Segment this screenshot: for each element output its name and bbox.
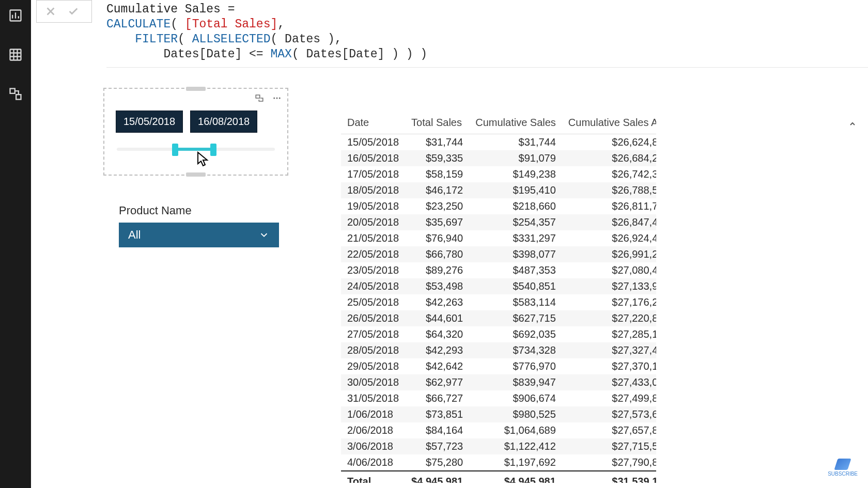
table-row[interactable]: 31/05/2018$66,727$906,674$27,499,808 [341, 390, 656, 406]
table-row[interactable]: 30/05/2018$62,977$839,947$27,433,081 [341, 374, 656, 390]
col-cum-sales-all[interactable]: Cumulative Sales ALL [562, 114, 656, 134]
cell-total: $58,159 [405, 166, 469, 182]
cell-cum: $398,077 [469, 246, 562, 262]
tok-calculate: CALCULATE [106, 18, 171, 31]
table-row[interactable]: 28/05/2018$42,293$734,328$27,327,462 [341, 342, 656, 358]
table-row[interactable]: 18/05/2018$46,172$195,410$26,788,544 [341, 182, 656, 198]
cell-date: 1/06/2018 [341, 406, 405, 422]
table-row[interactable]: 20/05/2018$35,697$254,357$26,847,491 [341, 214, 656, 230]
formula-cancel-button[interactable] [42, 3, 59, 20]
date-slider-thumb-end[interactable] [210, 144, 216, 156]
svg-point-7 [279, 98, 281, 99]
table-row[interactable]: 4/06/2018$75,280$1,197,692$27,790,826 [341, 454, 656, 471]
cell-cumall: $26,811,794 [562, 198, 656, 214]
table-row[interactable]: 3/06/2018$57,723$1,122,412$27,715,546 [341, 438, 656, 454]
cell-cumall: $27,433,081 [562, 374, 656, 390]
report-view-button[interactable] [5, 3, 26, 28]
total-cumall: $31,539,115 [562, 471, 656, 483]
table-row[interactable]: 19/05/2018$23,250$218,660$26,811,794 [341, 198, 656, 214]
table-row[interactable]: 27/05/2018$64,320$692,035$27,285,169 [341, 326, 656, 342]
cell-total: $44,601 [405, 310, 469, 326]
focus-mode-icon[interactable] [252, 92, 267, 104]
cell-date: 24/05/2018 [341, 278, 405, 294]
cell-cumall: $26,788,544 [562, 182, 656, 198]
dax-formula-bar[interactable]: Cumulative Sales = CALCULATE( [Total Sal… [106, 2, 868, 68]
cell-cum: $149,238 [469, 166, 562, 182]
total-cum: $4,945,981 [469, 471, 562, 483]
cell-cum: $91,079 [469, 150, 562, 166]
table-row[interactable]: 24/05/2018$53,498$540,851$27,133,985 [341, 278, 656, 294]
subscribe-badge[interactable]: SUBSCRIBE [828, 459, 858, 477]
cell-total: $23,250 [405, 198, 469, 214]
cell-cumall: $27,133,985 [562, 278, 656, 294]
cell-cum: $980,525 [469, 406, 562, 422]
date-slider-thumb-start[interactable] [172, 144, 178, 156]
cell-cumall: $27,657,823 [562, 422, 656, 438]
table-row[interactable]: 23/05/2018$89,276$487,353$27,080,487 [341, 262, 656, 278]
cell-total: $59,335 [405, 150, 469, 166]
table-header-row: Date Total Sales Cumulative Sales Cumula… [341, 114, 656, 134]
cell-cumall: $26,991,211 [562, 246, 656, 262]
scroll-up-button[interactable] [848, 120, 859, 130]
cell-cum: $583,114 [469, 294, 562, 310]
right-pane-gizmo [847, 120, 860, 132]
date-slider-track[interactable] [117, 148, 275, 151]
total-total: $4,945,981 [405, 471, 469, 483]
cell-cumall: $27,370,104 [562, 358, 656, 374]
table-row[interactable]: 15/05/2018$31,744$31,744$26,624,878 [341, 134, 656, 151]
cell-total: $75,280 [405, 454, 469, 471]
cell-cumall: $27,080,487 [562, 262, 656, 278]
tok-filter: FILTER [135, 33, 178, 46]
cell-cumall: $27,715,546 [562, 438, 656, 454]
slicer-resize-handle-top[interactable] [186, 87, 206, 91]
formula-commit-button[interactable] [65, 3, 82, 20]
svg-rect-4 [256, 95, 260, 98]
date-slicer-end[interactable]: 16/08/2018 [190, 111, 257, 133]
col-cum-sales[interactable]: Cumulative Sales [469, 114, 562, 134]
svg-rect-2 [10, 89, 15, 93]
date-slicer-visual[interactable]: 15/05/2018 16/08/2018 [103, 88, 288, 176]
cell-total: $35,697 [405, 214, 469, 230]
tok-dates-col2: Dates[Date] [306, 48, 385, 61]
date-slider-range[interactable] [174, 148, 211, 151]
col-date[interactable]: Date [341, 114, 405, 134]
cell-cum: $776,970 [469, 358, 562, 374]
cell-cum: $734,328 [469, 342, 562, 358]
cell-cum: $1,064,689 [469, 422, 562, 438]
table-row[interactable]: 2/06/2018$84,164$1,064,689$27,657,823 [341, 422, 656, 438]
cell-cumall: $27,220,849 [562, 310, 656, 326]
tok-dates-table: Dates [285, 33, 320, 46]
table-row[interactable]: 26/05/2018$44,601$627,715$27,220,849 [341, 310, 656, 326]
cell-total: $31,744 [405, 134, 469, 151]
cell-date: 28/05/2018 [341, 342, 405, 358]
cell-date: 3/06/2018 [341, 438, 405, 454]
cell-cumall: $26,847,491 [562, 214, 656, 230]
cell-date: 29/05/2018 [341, 358, 405, 374]
table-row[interactable]: 21/05/2018$76,940$331,297$26,924,431 [341, 230, 656, 246]
table-row[interactable]: 1/06/2018$73,851$980,525$27,573,659 [341, 406, 656, 422]
product-slicer-label: Product Name [119, 204, 279, 217]
table-row[interactable]: 29/05/2018$42,642$776,970$27,370,104 [341, 358, 656, 374]
more-options-icon[interactable] [270, 92, 284, 104]
table-row[interactable]: 22/05/2018$66,780$398,077$26,991,211 [341, 246, 656, 262]
cell-cumall: $27,285,169 [562, 326, 656, 342]
table-row[interactable]: 16/05/2018$59,335$91,079$26,684,213 [341, 150, 656, 166]
cell-cum: $692,035 [469, 326, 562, 342]
data-view-button[interactable] [5, 42, 26, 67]
model-view-button[interactable] [5, 82, 26, 106]
table-row[interactable]: 25/05/2018$42,263$583,114$27,176,248 [341, 294, 656, 310]
product-slicer-visual: Product Name All [119, 204, 279, 247]
col-total-sales[interactable]: Total Sales [405, 114, 469, 134]
subscribe-label: SUBSCRIBE [828, 471, 858, 477]
cell-cumall: $27,327,462 [562, 342, 656, 358]
product-dropdown[interactable]: All [119, 223, 279, 247]
svg-point-6 [276, 98, 278, 99]
cell-date: 31/05/2018 [341, 390, 405, 406]
chevron-down-icon [258, 229, 270, 241]
cell-cum: $487,353 [469, 262, 562, 278]
table-row[interactable]: 17/05/2018$58,159$149,238$26,742,372 [341, 166, 656, 182]
cell-total: $42,293 [405, 342, 469, 358]
slicer-resize-handle-bottom[interactable] [186, 172, 206, 177]
date-slicer-start[interactable]: 15/05/2018 [116, 111, 183, 133]
cell-cumall: $27,573,659 [562, 406, 656, 422]
